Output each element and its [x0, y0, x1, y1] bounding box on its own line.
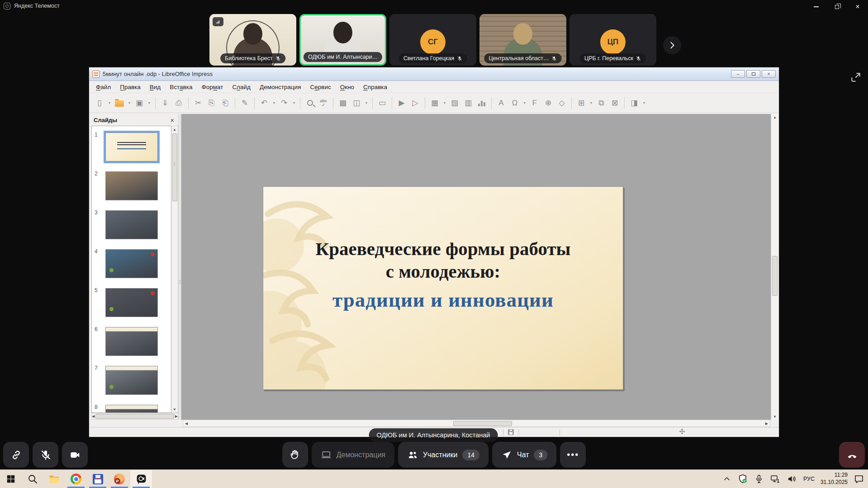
hidden-icons-button[interactable]	[722, 474, 731, 483]
menu-вид[interactable]: Вид	[145, 82, 165, 92]
print-button[interactable]: ⎙	[173, 98, 184, 109]
save-dropdown[interactable]: ▼	[147, 98, 151, 109]
restore-window-button[interactable]	[826, 0, 847, 14]
powerpoint-button[interactable]	[109, 470, 130, 488]
scroll-left-arrow[interactable]: ◀	[185, 422, 188, 426]
chat-button[interactable]: Чат3	[492, 442, 556, 468]
redo-button[interactable]: ↷	[279, 98, 289, 109]
open-button[interactable]	[114, 98, 125, 109]
snap-guides-dropdown[interactable]: ▼	[365, 98, 368, 109]
new-document-dropdown[interactable]: ▼	[108, 98, 111, 109]
action-center-button[interactable]	[854, 474, 864, 484]
microphone-tray-icon[interactable]	[754, 474, 764, 484]
telemost-button[interactable]	[130, 470, 152, 488]
participant-tile[interactable]: Центральная област…	[479, 14, 566, 66]
fullscreen-expand-icon[interactable]	[849, 71, 863, 84]
menu-окно[interactable]: Окно	[336, 82, 359, 92]
insert-image-button[interactable]: ▨	[449, 98, 460, 109]
hyperlink-button[interactable]: ⊕	[543, 98, 554, 109]
display-grid-button[interactable]: ▩	[337, 98, 348, 109]
scroll-up-arrow[interactable]: ▲	[773, 114, 777, 120]
snap-guides-button[interactable]: ◫	[351, 98, 362, 109]
canvas-vscrollbar[interactable]: ▲ ▼	[771, 114, 778, 420]
new-document-button[interactable]: ▯	[94, 98, 105, 109]
participant-tile[interactable]: СГСветлана Горецкая	[389, 14, 476, 66]
find-and-replace-button[interactable]	[304, 98, 315, 109]
canvas-hscrollbar[interactable]: ◀ ▶	[183, 420, 770, 427]
start-button[interactable]	[0, 470, 22, 488]
menu-формат[interactable]: Формат	[197, 82, 228, 92]
scroll-right-arrow[interactable]: ▶	[765, 422, 768, 426]
close-window-button[interactable]: ×	[847, 0, 868, 14]
next-participants-button[interactable]	[663, 36, 681, 54]
scrollbar-thumb[interactable]	[95, 414, 174, 419]
network-icon[interactable]	[770, 474, 781, 484]
menu-слайд[interactable]: Слайд	[228, 82, 255, 92]
slide-thumbnail[interactable]	[104, 247, 160, 280]
slide-thumbnail[interactable]	[104, 325, 160, 358]
slide-properties-dropdown[interactable]: ▼	[642, 98, 646, 109]
open-dropdown[interactable]: ▼	[128, 98, 131, 109]
insert-table-dropdown[interactable]: ▼	[443, 98, 446, 109]
special-character-button[interactable]: Ω	[509, 98, 520, 109]
microphone-toggle-button[interactable]	[33, 442, 58, 468]
delete-slide-button[interactable]: ⊠	[609, 98, 620, 109]
screen-share-button[interactable]: Демонстрация	[312, 442, 394, 468]
save-button[interactable]: ▣	[134, 98, 145, 109]
scroll-down-arrow[interactable]: ▼	[173, 406, 176, 412]
participant-tile[interactable]: Библиотека Брест	[209, 14, 296, 66]
new-slide-button[interactable]: ⊞	[576, 98, 587, 109]
meeting-link-button[interactable]	[3, 442, 29, 468]
participant-tile[interactable]: ОДЮБ им И. Алтынсари…	[299, 14, 386, 66]
fit-slide-icon[interactable]	[678, 428, 686, 437]
impress-maximize-button[interactable]	[746, 70, 760, 78]
menu-вставка[interactable]: Вставка	[165, 82, 197, 92]
scrollbar-thumb[interactable]	[172, 133, 177, 201]
menu-файл[interactable]: Файл	[91, 82, 115, 92]
floppy-app-button[interactable]	[87, 470, 109, 488]
special-character-dropdown[interactable]: ▼	[523, 98, 526, 109]
slide-thumbnail[interactable]	[104, 286, 160, 319]
redo-dropdown[interactable]: ▼	[292, 98, 296, 109]
slide-canvas[interactable]: Краеведческие формы работы с молодежью: …	[181, 114, 771, 420]
copy-button[interactable]: ⎘	[206, 98, 217, 109]
clone-formatting-button[interactable]: ✎	[239, 98, 250, 109]
impress-close-button[interactable]: ×	[762, 70, 776, 78]
current-slide[interactable]: Краеведческие формы работы с молодежью: …	[263, 186, 623, 390]
impress-minimize-button[interactable]: –	[731, 70, 745, 78]
taskbar-clock[interactable]: 11:29 31.10.2025	[821, 472, 848, 486]
leave-call-button[interactable]	[839, 442, 865, 468]
insert-text-box-button[interactable]: A	[496, 98, 507, 109]
insert-chart-button[interactable]	[476, 98, 487, 109]
panel-splitter[interactable]	[178, 114, 181, 420]
slide-thumbnail[interactable]	[104, 364, 160, 397]
slide-thumbnail[interactable]	[104, 170, 160, 202]
scrollbar-thumb[interactable]	[772, 256, 778, 296]
more-options-button[interactable]: •••	[560, 442, 586, 468]
scrollbar-thumb[interactable]	[453, 421, 512, 426]
slide-thumbnail[interactable]	[104, 208, 160, 241]
master-slide-button[interactable]: ▭	[377, 98, 388, 109]
raise-hand-button[interactable]	[282, 442, 308, 468]
slide-thumbnail[interactable]	[104, 131, 160, 163]
participants-button[interactable]: Участники14	[398, 442, 489, 468]
impress-titlebar[interactable]: 5минут онлайн .odp - LibreOffice Impress…	[89, 67, 779, 81]
slide-properties-button[interactable]: ◨	[629, 98, 640, 109]
minimize-window-button[interactable]	[806, 0, 826, 14]
fontwork-button[interactable]: F	[529, 98, 540, 109]
volume-icon[interactable]	[787, 474, 797, 484]
menu-справка[interactable]: Справка	[359, 82, 392, 92]
paste-button[interactable]: ⎗	[220, 98, 231, 109]
duplicate-slide-button[interactable]: ⧉	[596, 98, 607, 109]
chrome-button[interactable]	[65, 470, 87, 488]
scroll-up-arrow[interactable]: ▲	[173, 126, 176, 133]
start-from-first-slide-button[interactable]: ▶	[396, 98, 407, 109]
undo-dropdown[interactable]: ▼	[272, 98, 276, 109]
undo-button[interactable]: ↶	[259, 98, 270, 109]
cut-button[interactable]: ✂	[193, 98, 204, 109]
search-button[interactable]	[22, 470, 43, 488]
menu-правка[interactable]: Правка	[115, 82, 145, 92]
camera-toggle-button[interactable]	[62, 442, 88, 468]
menu-сервис[interactable]: Сервис	[305, 82, 335, 92]
slides-panel-hscrollbar[interactable]: ◀ ▶	[91, 413, 178, 420]
